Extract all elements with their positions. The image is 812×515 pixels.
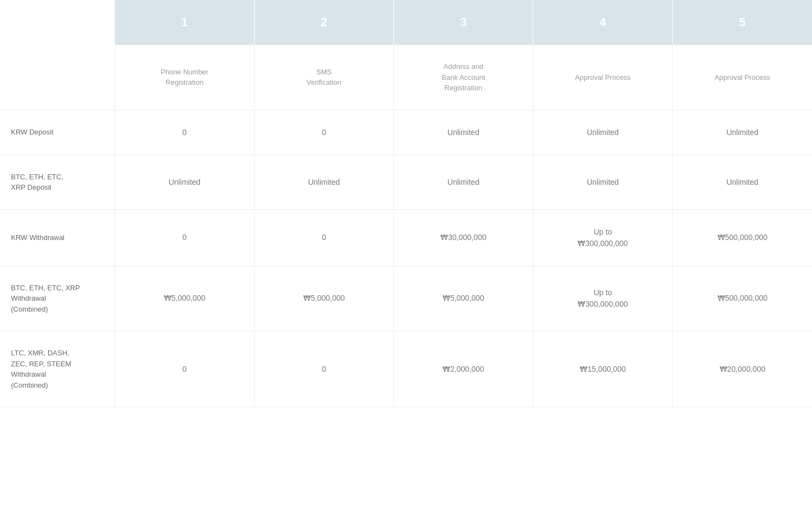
cell-value: ₩30,000,000 [393,209,533,266]
cell-value: ₩15,000,000 [533,331,673,407]
subheader-col-4: Approval Process [533,45,673,110]
row-label: LTC, XMR, DASH, ZEC, REP, STEEM Withdraw… [0,331,115,407]
cell-value: 0 [115,209,254,266]
cell-value: ₩500,000,000 [673,209,812,266]
cell-value: ₩5,000,000 [393,266,533,331]
cell-value: Up to ₩300,000,000 [533,209,673,266]
cell-value: Unlimited [533,110,673,155]
cell-value: Unlimited [254,155,393,209]
table-row: BTC, ETH, ETC, XRP Withdrawal (Combined)… [0,266,812,331]
header-empty [0,0,115,45]
cell-value: Unlimited [533,155,673,209]
table-row: LTC, XMR, DASH, ZEC, REP, STEEM Withdraw… [0,331,812,407]
header-col-3: 3 [393,0,533,45]
cell-value: 0 [115,331,254,407]
cell-value: 0 [254,110,393,155]
subheader-col-2: SMS Verification [254,45,393,110]
table-wrapper: 1 2 3 4 5 Phone Number Registration SMS … [0,0,812,515]
table-row: KRW Withdrawal00₩30,000,000Up to ₩300,00… [0,209,812,266]
cell-value: Unlimited [673,155,812,209]
row-label: KRW Withdrawal [0,209,115,266]
header-col-5: 5 [673,0,812,45]
row-label: BTC, ETH, ETC, XRP Withdrawal (Combined) [0,266,115,331]
cell-value: ₩500,000,000 [673,266,812,331]
subheader-row: Phone Number Registration SMS Verificati… [0,45,812,110]
header-col-4: 4 [533,0,673,45]
cell-value: ₩5,000,000 [115,266,254,331]
table-row: KRW Deposit00UnlimitedUnlimitedUnlimited [0,110,812,155]
header-col-1: 1 [115,0,254,45]
cell-value: Unlimited [115,155,254,209]
cell-value: ₩5,000,000 [254,266,393,331]
cell-value: 0 [115,110,254,155]
subheader-col-1: Phone Number Registration [115,45,254,110]
row-label: KRW Deposit [0,110,115,155]
verification-table: 1 2 3 4 5 Phone Number Registration SMS … [0,0,812,407]
cell-value: ₩2,000,000 [393,331,533,407]
cell-value: 0 [254,209,393,266]
subheader-col-3: Address and Bank Account Registration [393,45,533,110]
subheader-label [0,45,115,110]
cell-value: 0 [254,331,393,407]
subheader-col-5: Approval Process [673,45,812,110]
header-row: 1 2 3 4 5 [0,0,812,45]
header-col-2: 2 [254,0,393,45]
cell-value: ₩20,000,000 [673,331,812,407]
cell-value: Unlimited [393,110,533,155]
cell-value: Unlimited [673,110,812,155]
cell-value: Unlimited [393,155,533,209]
cell-value: Up to ₩300,000,000 [533,266,673,331]
row-label: BTC, ETH, ETC, XRP Deposit [0,155,115,209]
table-row: BTC, ETH, ETC, XRP DepositUnlimitedUnlim… [0,155,812,209]
